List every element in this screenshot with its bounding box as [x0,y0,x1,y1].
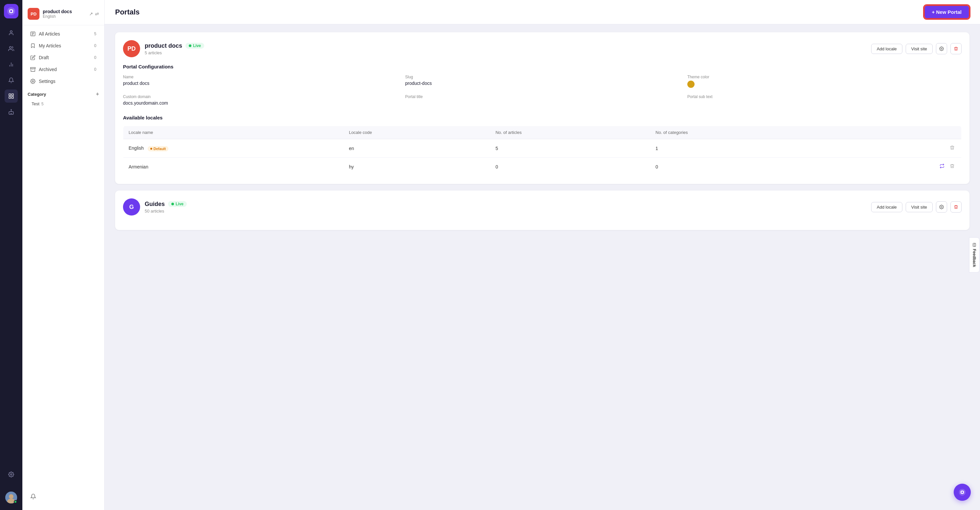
delete-button-pd[interactable] [950,43,962,54]
new-portal-button[interactable]: + New Portal [924,5,969,19]
sidebar-portal-name: product docs [43,9,72,14]
gear-nav-icon[interactable] [5,468,18,481]
config-grid-pd: Name product docs Slug product-docs Them… [123,75,962,106]
locale-actions-row-en [843,144,956,153]
svg-rect-29 [973,243,975,247]
svg-rect-24 [30,67,35,69]
svg-point-27 [941,48,942,49]
locale-articles-en: 5 [490,139,651,158]
live-dot-guides [171,203,174,205]
robot-nav-icon[interactable] [5,105,18,118]
svg-rect-9 [9,97,11,98]
svg-point-16 [11,474,12,475]
svg-point-1 [10,10,12,12]
settings-button-guides[interactable] [936,201,947,212]
locale-actions-row-hy [843,162,956,171]
category-test-item[interactable]: Test 5 [22,99,104,108]
portal-articles-pd: 5 articles [145,50,871,55]
locale-row-armenian: Armenian hy 0 0 [123,158,962,176]
app-logo[interactable] [4,4,18,18]
col-locale-name: Locale name [123,126,344,139]
archive-icon [30,67,35,72]
sidebar-item-all-articles[interactable]: All Articles 5 [25,28,102,40]
col-no-categories: No. of categories [650,126,837,139]
locale-name-armenian: Armenian [123,158,344,176]
config-name-value: product docs [123,81,397,86]
locale-code-hy: hy [344,158,490,176]
svg-rect-7 [9,94,11,96]
switch-locale-hy-button[interactable] [938,162,946,171]
delete-locale-hy-button[interactable] [948,162,956,171]
settings-button-pd[interactable] [936,43,947,54]
svg-point-18 [9,494,13,499]
sidebar-item-draft[interactable]: Draft 0 [25,52,102,63]
draft-icon [30,55,35,60]
add-locale-button-guides[interactable]: Add locale [871,202,902,212]
portal-articles-guides: 50 articles [145,209,871,214]
svg-rect-8 [12,94,13,96]
sidebar-portal-info: product docs English [43,9,72,19]
sidebar-item-archived[interactable]: Archived 0 [25,64,102,75]
locale-categories-en: 1 [650,139,837,158]
locale-name-english: English Default [123,139,344,158]
locale-row-english: English Default en 5 1 [123,139,962,158]
bell-sidebar-icon[interactable] [28,491,39,502]
portal-name-pd: product docs [145,43,182,49]
main-content: Portals + New Portal PD product docs Liv… [105,0,980,510]
groups-nav-icon[interactable] [5,42,18,55]
config-domain-value: docs.yourdomain.com [123,100,397,106]
sidebar-item-my-articles[interactable]: My Articles 0 [25,40,102,51]
reports-nav-icon[interactable] [5,58,18,71]
sidebar-portal-header: PD product docs English ↗ ⇄ [22,5,104,26]
locale-actions-hy [837,158,962,176]
svg-point-3 [10,46,11,48]
switch-icon[interactable]: ⇄ [95,11,99,16]
sidebar-portal-lang: English [43,14,72,19]
svg-point-26 [32,81,33,82]
live-badge-pd: Live [186,43,204,49]
add-locale-button-pd[interactable]: Add locale [871,44,902,54]
contacts-nav-icon[interactable] [5,26,18,40]
delete-button-guides[interactable] [950,201,962,212]
col-locale-code: Locale code [344,126,490,139]
settings-icon [30,79,35,84]
user-avatar-container[interactable] [5,492,17,504]
visit-site-button-guides[interactable]: Visit site [906,202,933,212]
svg-rect-11 [9,112,13,114]
trash-icon-pd [954,46,958,51]
config-theme-field: Theme color [687,75,962,88]
visit-site-button-pd[interactable]: Visit site [906,44,933,54]
portal-card-guides: G Guides Live 50 articles Add locale Vis… [115,191,969,230]
top-bar: Portals + New Portal [105,0,980,24]
portal-name-row-pd: product docs Live [145,43,871,49]
portal-avatar-pd: PD [123,40,140,57]
portal-card-product-docs: PD product docs Live 5 articles Add loca… [115,32,969,184]
bookmark-icon [30,43,35,48]
config-domain-field: Custom domain docs.yourdomain.com [123,94,397,106]
portal-card-actions-pd: Add locale Visit site [871,43,962,54]
feedback-icon [972,243,976,247]
expand-icon[interactable]: ↗ [89,11,93,16]
svg-rect-10 [12,97,13,98]
portals-nav-icon[interactable] [5,89,18,103]
locales-section-title: Available locales [123,115,962,120]
portal-avatar-guides: G [123,198,140,215]
add-category-button[interactable]: + [96,91,99,97]
gear-icon-guides [939,205,944,209]
icon-bar [0,0,22,510]
svg-point-28 [941,206,942,208]
svg-point-31 [962,492,963,493]
portal-card-header-guides: G Guides Live 50 articles Add locale Vis… [123,198,962,215]
delete-locale-en-button[interactable] [948,144,956,153]
sidebar-portal-icons: ↗ ⇄ [89,11,99,16]
portal-card-header-pd: PD product docs Live 5 articles Add loca… [123,40,962,57]
sidebar-item-settings[interactable]: Settings [25,76,102,87]
config-name-field: Name product docs [123,75,397,88]
chat-icon [958,488,966,496]
chat-fab-button[interactable] [954,484,971,501]
default-badge: Default [148,146,169,151]
bell-nav-icon[interactable] [5,74,18,87]
locales-table-pd: Locale name Locale code No. of articles … [123,126,962,176]
feedback-tab[interactable]: Feedback [969,237,979,273]
default-dot [150,148,152,150]
